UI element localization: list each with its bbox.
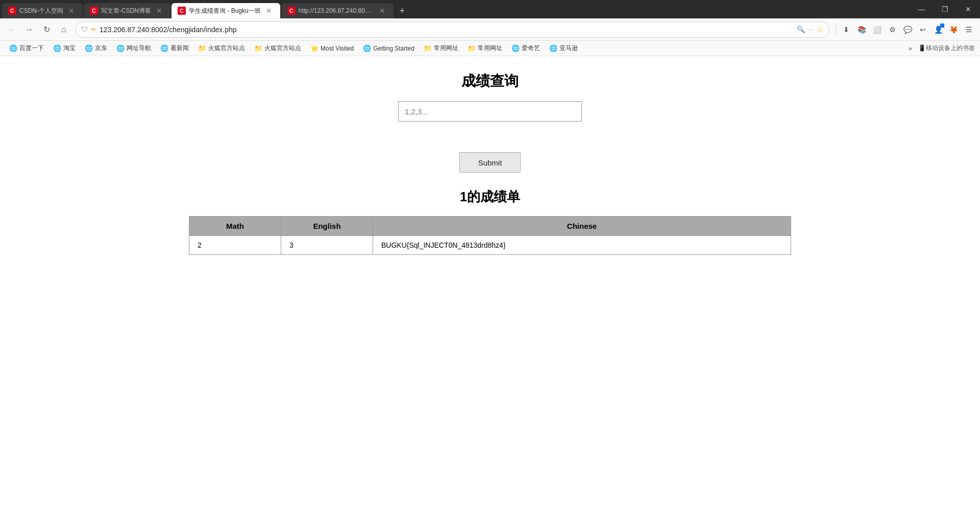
tab-label-1: CSDN-个人空间 — [19, 7, 63, 15]
tab-label-3: 学生成绩查询 - Bugku一班 — [189, 7, 261, 15]
result-table: Math English Chinese 2 3 BUGKU{Sql_INJEC… — [189, 216, 791, 255]
bookmark-taobao[interactable]: 🌐 淘宝 — [49, 43, 80, 54]
bookmark-icon-c2: 📁 — [468, 44, 476, 52]
bookmark-icon-jd: 🌐 — [85, 44, 93, 52]
table-cell-math: 2 — [189, 236, 281, 255]
sync-icon[interactable]: ⚙ — [885, 22, 899, 37]
nav-right-actions: ⬇ 📚 ⬜ ⚙ 💬 ↩ 👤 🦊 ☰ — [836, 22, 976, 37]
tab-url4[interactable]: C http://123.206.87.240:8002/chen ✕ — [281, 3, 394, 18]
back-button[interactable]: ← — [4, 22, 19, 37]
bookmark-icon-c1: 📁 — [424, 44, 432, 52]
bookmark-news[interactable]: 🌐 看新闻 — [156, 43, 193, 54]
table-header-chinese: Chinese — [373, 217, 791, 236]
tab-icon-csdn4: C — [287, 7, 296, 15]
bookmark-jd[interactable]: 🌐 京东 — [81, 43, 111, 54]
bookmark-label-taobao: 淘宝 — [63, 44, 76, 53]
bookmark-label-nav: 网址导航 — [127, 44, 151, 53]
table-cell-english: 3 — [281, 236, 373, 255]
grade-search-input[interactable] — [398, 101, 582, 122]
tab-icon-csdn2: C — [90, 7, 98, 15]
submit-button[interactable]: Submit — [459, 152, 521, 173]
bookmark-common1[interactable]: 📁 常用网址 — [420, 43, 462, 54]
bookmark-firefox2[interactable]: 📁 火狐官方站点 — [250, 43, 305, 54]
maximize-button[interactable]: ❐ — [933, 2, 957, 17]
shield-icon: 🛡 — [81, 26, 88, 33]
tab-csdn-write[interactable]: C 写文章-CSDN博客 ✕ — [84, 3, 170, 18]
table-row: 2 3 BUGKU{Sql_INJECT0N_4813drd8hz4} — [189, 236, 791, 255]
bookmark-nav[interactable]: 🌐 网址导航 — [112, 43, 155, 54]
close-button[interactable]: ✕ — [957, 2, 980, 17]
back-arrow-icon[interactable]: ↩ — [916, 22, 930, 37]
bookmark-amazon[interactable]: 🌐 亚马逊 — [545, 43, 582, 54]
tab-label-4: http://123.206.87.240:8002/chen — [299, 7, 374, 14]
sidepanel-icon[interactable]: ⬜ — [870, 22, 884, 37]
bookmark-icon-ff1: 📁 — [198, 44, 206, 52]
bookmark-label-gs: Getting Started — [373, 45, 414, 52]
bookmark-firefox1[interactable]: 📁 火狐官方站点 — [194, 43, 249, 54]
bookmark-icon-taobao: 🌐 — [53, 44, 61, 52]
page-content: 成绩查询 Submit 1的成绩单 Math English Chinese 2… — [0, 56, 980, 521]
firefox-icon[interactable]: 🦊 — [946, 22, 961, 37]
bookmark-label-news: 看新闻 — [170, 44, 189, 53]
bookmarks-more[interactable]: » — [905, 43, 915, 53]
address-bar-container: 🛡 ✏ 🔍 ··· ☆ — [76, 21, 829, 38]
bookmark-label-ff2: 火狐官方站点 — [264, 44, 301, 53]
edit-icon: ✏ — [91, 26, 96, 33]
bookmark-label-ff1: 火狐官方站点 — [208, 44, 245, 53]
table-header-english: English — [281, 217, 373, 236]
bookmarks-bar: 🌐 百度一下 🌐 淘宝 🌐 京东 🌐 网址导航 🌐 看新闻 📁 火狐官方站点 📁… — [0, 41, 980, 56]
tab-icon-csdn1: C — [8, 7, 16, 15]
tab-icon-csdn3: C — [178, 7, 186, 15]
bookmark-label-amz: 亚马逊 — [559, 44, 578, 53]
mobile-bookmarks: 📱移动设备上的书签 — [918, 44, 975, 53]
bookmark-label-jd: 京东 — [95, 44, 107, 53]
window-controls: — ❐ ✕ — [910, 3, 980, 18]
bookmark-baidu[interactable]: 🌐 百度一下 — [5, 43, 48, 54]
bookmark-icon-ff2: 📁 — [254, 44, 262, 52]
forward-button[interactable]: → — [21, 22, 37, 37]
chat-icon[interactable]: 💬 — [900, 22, 915, 37]
tab-close-2[interactable]: ✕ — [154, 6, 164, 16]
nav-bar: ← → ↻ ⌂ 🛡 ✏ 🔍 ··· ☆ ⬇ 📚 ⬜ ⚙ 💬 ↩ 👤 🦊 ☰ — [0, 18, 980, 41]
tab-csdn-personal[interactable]: C CSDN-个人空间 ✕ — [2, 3, 83, 18]
library-icon[interactable]: 📚 — [854, 22, 869, 37]
page-title: 成绩查询 — [461, 72, 519, 91]
bookmark-iqiyi[interactable]: 🌐 爱奇艺 — [507, 43, 544, 54]
bookmark-label-most: Most Visited — [321, 45, 354, 52]
bookmark-icon-baidu: 🌐 — [9, 44, 17, 52]
tab-close-4[interactable]: ✕ — [377, 6, 387, 16]
bookmark-icon-iq: 🌐 — [511, 44, 520, 52]
address-input[interactable] — [100, 26, 794, 34]
bookmark-most-visited[interactable]: ⭐ Most Visited — [306, 43, 358, 53]
download-icon[interactable]: ⬇ — [839, 22, 853, 37]
minimize-button[interactable]: — — [910, 2, 933, 17]
title-bar: C CSDN-个人空间 ✕ C 写文章-CSDN博客 ✕ C 学生成绩查询 - … — [0, 0, 980, 18]
bookmark-label-c2: 常用网址 — [478, 44, 502, 53]
dots-icon[interactable]: ··· — [808, 26, 814, 33]
bookmark-label-baidu: 百度一下 — [19, 44, 44, 53]
bookmark-icon-most: ⭐ — [310, 44, 318, 52]
star-icon[interactable]: ☆ — [817, 25, 824, 34]
table-cell-chinese: BUGKU{Sql_INJECT0N_4813drd8hz4} — [373, 236, 791, 255]
bookmark-getting-started[interactable]: 🌐 Getting Started — [359, 43, 419, 53]
tab-label-2: 写文章-CSDN博客 — [101, 7, 151, 15]
table-header-math: Math — [189, 217, 281, 236]
browser-window: C CSDN-个人空间 ✕ C 写文章-CSDN博客 ✕ C 学生成绩查询 - … — [0, 0, 980, 521]
result-title: 1的成绩单 — [460, 188, 520, 206]
bookmark-common2[interactable]: 📁 常用网址 — [463, 43, 506, 54]
bookmark-label-iq: 爱奇艺 — [522, 44, 540, 53]
tab-close-1[interactable]: ✕ — [66, 6, 77, 16]
menu-icon[interactable]: ☰ — [962, 22, 976, 37]
bookmark-icon-gs: 🌐 — [363, 44, 371, 52]
bookmark-icon-amz: 🌐 — [549, 44, 557, 52]
new-tab-button[interactable]: + — [395, 3, 410, 18]
search-icon: 🔍 — [797, 26, 805, 33]
bookmark-icon-news: 🌐 — [160, 44, 168, 52]
refresh-button[interactable]: ↻ — [39, 22, 54, 37]
home-button[interactable]: ⌂ — [56, 22, 71, 37]
tab-close-3[interactable]: ✕ — [264, 6, 274, 16]
tab-grade-query[interactable]: C 学生成绩查询 - Bugku一班 ✕ — [172, 3, 280, 18]
bookmark-icon-nav: 🌐 — [116, 44, 125, 52]
bookmark-label-c1: 常用网址 — [434, 44, 458, 53]
avatar-icon[interactable]: 👤 — [931, 22, 945, 37]
